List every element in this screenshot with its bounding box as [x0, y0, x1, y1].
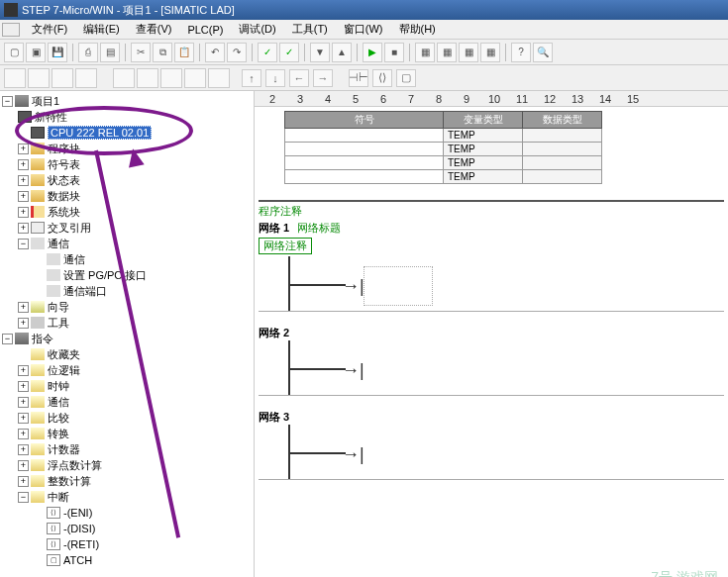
menu-file[interactable]: 文件(F): [24, 22, 75, 37]
instruction-placeholder[interactable]: [364, 266, 433, 306]
pane-1-icon[interactable]: [113, 68, 135, 88]
tree-instr[interactable]: 计数器: [48, 442, 80, 457]
tree-fav[interactable]: 收藏夹: [48, 347, 80, 362]
tree-instr[interactable]: 时钟: [48, 379, 69, 394]
tree-comm-sub[interactable]: 通信端口: [63, 284, 107, 299]
project-tree[interactable]: −项目1 新特性 CPU 222 REL 02.01 +程序块 +符号表 +状态…: [0, 91, 255, 577]
view-fbd-icon[interactable]: [52, 68, 73, 88]
network-name[interactable]: 网络 2: [259, 326, 289, 340]
tree-tools[interactable]: 工具: [48, 316, 69, 331]
col-datatype[interactable]: 数据类型: [523, 112, 602, 129]
tree-item[interactable]: 状态表: [48, 173, 80, 188]
tree-int-item[interactable]: ATCH: [63, 554, 92, 566]
contact-icon[interactable]: ⊣⊢: [349, 69, 368, 87]
ladder-rung[interactable]: →|: [259, 340, 724, 396]
pane-4-icon[interactable]: [184, 68, 206, 88]
expand-icon[interactable]: +: [18, 460, 29, 471]
tree-wizard[interactable]: 向导: [48, 300, 69, 315]
coil-icon[interactable]: ⟨⟩: [372, 69, 392, 87]
network-comment[interactable]: 网络注释: [259, 238, 312, 254]
view-lad-icon[interactable]: [4, 68, 26, 88]
expand-icon[interactable]: −: [2, 96, 13, 107]
col-vartype[interactable]: 变量类型: [444, 112, 523, 129]
menu-tools[interactable]: 工具(T): [284, 22, 336, 37]
expand-icon[interactable]: +: [18, 175, 29, 186]
expand-icon[interactable]: +: [18, 365, 29, 376]
variable-table[interactable]: 符号 变量类型 数据类型 TEMP TEMP TEMP TEMP: [284, 111, 602, 184]
monitor-icon[interactable]: ▦: [415, 43, 435, 62]
pane-2-icon[interactable]: [137, 68, 158, 88]
sym-icon[interactable]: [208, 68, 230, 88]
tree-item[interactable]: 交叉引用: [48, 221, 91, 236]
help-icon[interactable]: ?: [511, 43, 531, 62]
cell-symbol[interactable]: [285, 156, 444, 170]
print-icon[interactable]: ⎙: [78, 43, 98, 62]
save-icon[interactable]: 💾: [48, 43, 67, 62]
tree-int-item[interactable]: -(RETI): [63, 538, 99, 550]
status-icon[interactable]: ▦: [437, 43, 457, 62]
expand-icon[interactable]: +: [18, 302, 29, 313]
tree-int-item[interactable]: -(DISI): [63, 523, 95, 534]
menu-view[interactable]: 查看(V): [128, 22, 180, 37]
network-name[interactable]: 网络 1: [259, 221, 289, 236]
expand-icon[interactable]: +: [18, 144, 29, 154]
tree-cpu-selected[interactable]: CPU 222 REL 02.01: [48, 126, 152, 140]
run-icon[interactable]: ▶: [363, 43, 382, 62]
tree-instr[interactable]: 浮点数计算: [48, 458, 102, 473]
cell-datatype[interactable]: [523, 129, 602, 143]
tree-interrupt[interactable]: 中断: [48, 490, 69, 505]
cut-icon[interactable]: ✂: [131, 43, 151, 62]
tree-instr[interactable]: 比较: [48, 411, 69, 426]
tree-instr[interactable]: 位逻辑: [48, 363, 80, 378]
cell-vartype[interactable]: TEMP: [444, 129, 523, 143]
tree-item[interactable]: 系统块: [48, 205, 80, 220]
col-symbol[interactable]: 符号: [285, 112, 444, 129]
cell-vartype[interactable]: TEMP: [444, 156, 523, 170]
ladder-editor[interactable]: 程序注释 网络 1网络标题 网络注释 →| 网络 2 →| 网络 3 →|: [259, 200, 724, 480]
zoom-icon[interactable]: 🔍: [533, 43, 553, 62]
tree-instr[interactable]: 通信: [48, 395, 69, 410]
expand-icon[interactable]: +: [18, 207, 29, 218]
expand-icon[interactable]: +: [18, 381, 29, 392]
stop-icon[interactable]: ■: [384, 43, 404, 62]
tree-int-item[interactable]: -(ENI): [63, 507, 92, 519]
expand-icon[interactable]: −: [18, 239, 29, 249]
cell-datatype[interactable]: [523, 170, 602, 184]
new-icon[interactable]: ▢: [4, 43, 24, 62]
compile-all-icon[interactable]: ✓: [279, 43, 299, 62]
menu-debug[interactable]: 调试(D): [231, 22, 283, 37]
tree-comm-sub[interactable]: 设置 PG/PC 接口: [63, 268, 147, 283]
tree-program[interactable]: 程序块: [48, 142, 80, 156]
ladder-rung[interactable]: →|: [259, 425, 724, 480]
nav-down-icon[interactable]: ↓: [265, 69, 285, 87]
compile-icon[interactable]: ✓: [258, 43, 277, 62]
tree-item[interactable]: 符号表: [48, 157, 80, 172]
cell-datatype[interactable]: [523, 156, 602, 170]
cell-vartype[interactable]: TEMP: [444, 143, 523, 156]
menu-window[interactable]: 窗口(W): [336, 22, 391, 37]
tree-cpu-new[interactable]: 新特性: [35, 110, 67, 125]
paste-icon[interactable]: 📋: [174, 43, 194, 62]
expand-icon[interactable]: +: [18, 429, 29, 439]
expand-icon[interactable]: +: [18, 476, 29, 487]
download-icon[interactable]: ▼: [310, 43, 330, 62]
cell-symbol[interactable]: [285, 143, 444, 156]
cell-symbol[interactable]: [285, 129, 444, 143]
tree-comm[interactable]: 通信: [48, 237, 69, 251]
view-stl-icon[interactable]: [28, 68, 50, 88]
tree-item[interactable]: 数据块: [48, 189, 80, 204]
program-comment[interactable]: 程序注释: [259, 202, 724, 221]
network-title[interactable]: 网络标题: [297, 221, 341, 236]
tree-root[interactable]: 项目1: [32, 94, 59, 109]
menu-help[interactable]: 帮助(H): [391, 22, 444, 37]
tree-instructions[interactable]: 指令: [32, 332, 53, 346]
preview-icon[interactable]: ▤: [100, 43, 120, 62]
menu-edit[interactable]: 编辑(E): [75, 22, 128, 37]
expand-icon[interactable]: −: [2, 334, 13, 344]
expand-icon[interactable]: +: [18, 191, 29, 202]
expand-icon[interactable]: +: [18, 413, 29, 424]
copy-icon[interactable]: ⧉: [153, 43, 172, 62]
nav-left-icon[interactable]: ←: [289, 69, 309, 87]
menu-plc[interactable]: PLC(P): [179, 24, 231, 36]
tree-comm-sub[interactable]: 通信: [63, 252, 85, 267]
